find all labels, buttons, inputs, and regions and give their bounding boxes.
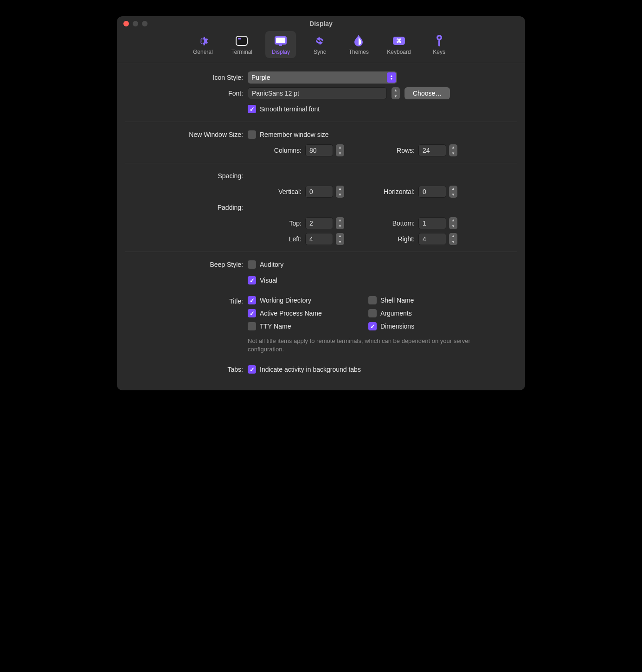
tab-display[interactable]: Display [265, 31, 296, 58]
horizontal-label: Horizontal: [384, 188, 415, 195]
top-stepper[interactable]: ▲▼ [336, 217, 344, 229]
columns-stepper[interactable]: ▲▼ [336, 144, 344, 156]
tty-name-label: TTY Name [260, 323, 291, 330]
active-process-checkbox[interactable] [248, 309, 256, 317]
tab-label: Terminal [231, 49, 252, 55]
window-title: Display [117, 20, 525, 27]
arguments-checkbox[interactable] [368, 309, 377, 317]
font-stepper[interactable]: ▲▼ [392, 87, 400, 99]
tab-label: Keys [433, 49, 445, 55]
visual-checkbox[interactable] [248, 276, 256, 284]
left-label: Left: [289, 235, 302, 243]
title-label: Title: [125, 296, 248, 305]
toolbar: General Terminal Display Sync Themes [117, 28, 525, 63]
choose-font-button[interactable]: Choose… [404, 87, 450, 99]
keyboard-icon: ⌘ [392, 35, 406, 47]
auditory-checkbox[interactable] [248, 260, 256, 269]
font-label: Font: [125, 90, 248, 97]
smooth-font-label: Smooth terminal font [260, 105, 320, 113]
tab-label: General [193, 49, 213, 55]
tab-label: Sync [314, 49, 326, 55]
right-stepper[interactable]: ▲▼ [449, 233, 457, 245]
svg-rect-3 [276, 38, 285, 43]
working-dir-checkbox[interactable] [248, 296, 256, 304]
tab-label: Themes [349, 49, 369, 55]
icon-style-label: Icon Style: [125, 74, 248, 81]
tab-label: Display [272, 49, 290, 55]
tab-keys[interactable]: Keys [424, 31, 455, 58]
shell-name-checkbox[interactable] [368, 296, 377, 304]
padding-label: Padding: [125, 204, 248, 211]
remember-size-label: Remember window size [260, 131, 329, 138]
columns-field[interactable]: 80 [305, 144, 333, 156]
rows-field[interactable]: 24 [418, 144, 446, 156]
svg-rect-4 [279, 45, 282, 46]
left-field[interactable]: 4 [305, 233, 333, 245]
shell-name-label: Shell Name [380, 297, 414, 304]
right-field[interactable]: 4 [418, 233, 446, 245]
active-process-label: Active Process Name [260, 310, 322, 317]
right-label: Right: [398, 235, 415, 243]
arguments-label: Arguments [380, 310, 412, 317]
bottom-label: Bottom: [392, 220, 415, 227]
remember-size-checkbox[interactable] [248, 130, 256, 139]
chevron-up-down-icon: ▲▼ [387, 72, 396, 83]
themes-icon [352, 35, 366, 47]
tab-label: Keyboard [387, 49, 411, 55]
tab-general[interactable]: General [187, 31, 218, 58]
select-value: Purple [251, 74, 270, 81]
icon-style-select[interactable]: Purple ▲▼ [248, 71, 397, 84]
beep-style-label: Beep Style: [125, 261, 248, 268]
tab-terminal[interactable]: Terminal [226, 31, 257, 58]
spacing-label: Spacing: [125, 172, 248, 180]
preferences-window: Display General Terminal Display Sync [117, 16, 525, 390]
form: Icon Style: Purple ▲▼ Font: PanicSans 12… [117, 63, 525, 390]
smooth-font-checkbox[interactable] [248, 105, 256, 113]
horizontal-stepper[interactable]: ▲▼ [449, 186, 457, 198]
svg-text:⌘: ⌘ [396, 38, 402, 44]
titlebar: Display [117, 16, 525, 28]
tabs-label: Tabs: [125, 366, 248, 373]
new-window-size-label: New Window Size: [125, 131, 248, 138]
svg-rect-1 [238, 38, 241, 39]
indicate-activity-label: Indicate activity in background tabs [260, 366, 361, 373]
indicate-activity-checkbox[interactable] [248, 365, 256, 374]
vertical-field[interactable]: 0 [305, 186, 333, 198]
tab-sync[interactable]: Sync [304, 31, 335, 58]
working-dir-label: Working Directory [260, 297, 311, 304]
title-note: Not all title items apply to remote term… [248, 337, 489, 354]
svg-rect-9 [438, 40, 440, 46]
dimensions-label: Dimensions [380, 323, 414, 330]
columns-label: Columns: [274, 147, 302, 154]
gear-icon [196, 35, 210, 47]
rows-label: Rows: [397, 147, 415, 154]
visual-label: Visual [260, 277, 277, 284]
horizontal-field[interactable]: 0 [418, 186, 446, 198]
keys-icon [432, 35, 446, 47]
top-field[interactable]: 2 [305, 217, 333, 229]
display-icon [274, 35, 288, 47]
tty-name-checkbox[interactable] [248, 322, 256, 330]
tab-themes[interactable]: Themes [343, 31, 374, 58]
tab-keyboard[interactable]: ⌘ Keyboard [382, 31, 415, 58]
dimensions-checkbox[interactable] [368, 322, 377, 330]
svg-rect-0 [236, 36, 247, 45]
auditory-label: Auditory [260, 261, 283, 268]
bottom-field[interactable]: 1 [418, 217, 446, 229]
bottom-stepper[interactable]: ▲▼ [449, 217, 457, 229]
rows-stepper[interactable]: ▲▼ [449, 144, 457, 156]
terminal-icon [235, 35, 249, 47]
vertical-label: Vertical: [278, 188, 302, 195]
svg-point-8 [438, 37, 440, 39]
sync-icon [313, 35, 327, 47]
vertical-stepper[interactable]: ▲▼ [336, 186, 344, 198]
left-stepper[interactable]: ▲▼ [336, 233, 344, 245]
top-label: Top: [289, 220, 302, 227]
font-field[interactable]: PanicSans 12 pt [248, 87, 387, 99]
